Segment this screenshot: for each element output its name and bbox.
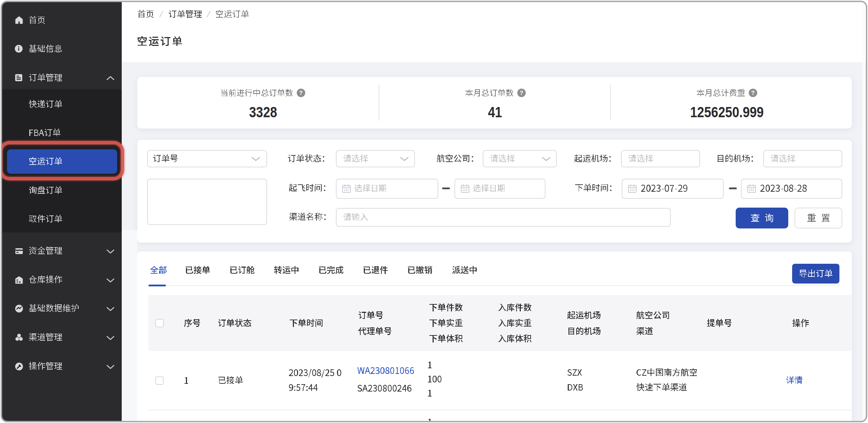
svg-text:?: ? xyxy=(751,90,755,96)
svg-text:?: ? xyxy=(299,90,303,96)
svg-text:?: ? xyxy=(520,90,523,96)
